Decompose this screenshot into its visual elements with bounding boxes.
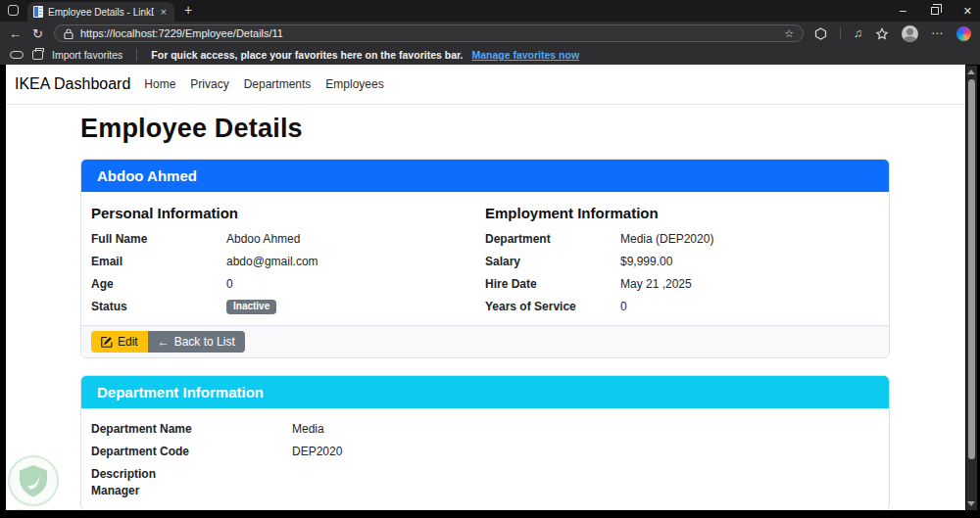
import-favorites-button[interactable]: Import favorites [52, 49, 122, 61]
info-row-full-name: Full Name Abdoo Ahmed [91, 232, 485, 246]
new-tab-button[interactable]: + [184, 2, 192, 18]
favorites-message: For quick access, place your favorites h… [151, 49, 463, 61]
department-card-body: Department Name Media Department Code DE… [81, 408, 889, 510]
row-value: 0 [226, 277, 233, 291]
url-text[interactable]: https://localhost:7229/Employee/Details/… [80, 27, 777, 39]
row-value: May 21 ,2025 [620, 277, 692, 291]
row-label: Years of Service [485, 300, 620, 313]
lock-icon [64, 28, 74, 39]
info-row-department-name: Department Name Media [91, 422, 879, 436]
manage-favorites-link[interactable]: Manage favorites now [471, 49, 579, 61]
import-favorites-icon [32, 50, 43, 60]
employee-card-body: Personal Information Full Name Abdoo Ahm… [81, 192, 889, 325]
restore-button[interactable] [931, 7, 939, 15]
tab-actions-icon[interactable] [8, 5, 19, 16]
toolbar-icons: ♫ ⋯ [814, 25, 971, 42]
page-viewport: IKEA Dashboard Home Privacy Departments … [6, 65, 965, 510]
action-buttons: Edit ← Back to List [91, 331, 245, 353]
oval-badge-icon[interactable] [10, 51, 24, 59]
site-brand[interactable]: IKEA Dashboard [15, 75, 130, 93]
settings-more-icon[interactable]: ⋯ [931, 26, 944, 40]
media-controls-icon[interactable]: ♫ [854, 26, 862, 40]
back-button-label: Back to List [174, 335, 235, 349]
personal-info-column: Personal Information Full Name Abdoo Ahm… [91, 205, 485, 323]
add-favorite-star-icon[interactable]: ☆ [784, 27, 794, 40]
employee-card-header: Abdoo Ahmed [81, 160, 889, 192]
nav-link-departments[interactable]: Departments [244, 77, 312, 91]
row-label: Email [91, 255, 226, 268]
page-title: Employee Details [80, 114, 890, 144]
pencil-square-icon [101, 336, 113, 348]
row-label: Description [91, 467, 292, 481]
row-label: Hire Date [485, 277, 620, 291]
row-label: Salary [485, 255, 620, 268]
personal-info-title: Personal Information [91, 205, 485, 221]
nav-link-privacy[interactable]: Privacy [190, 77, 228, 91]
edit-button[interactable]: Edit [91, 331, 148, 353]
info-row-age: Age 0 [91, 277, 485, 291]
watermark-logo [6, 453, 69, 510]
row-label: Status [91, 300, 226, 313]
address-bar[interactable]: https://localhost:7229/Employee/Details/… [54, 24, 804, 42]
nav-link-home[interactable]: Home [144, 77, 175, 91]
row-value: $9,999.00 [620, 255, 672, 268]
info-row-manager: Manager [91, 484, 879, 497]
back-to-list-button[interactable]: ← Back to List [148, 331, 245, 353]
scrollbar-thumb[interactable] [968, 79, 975, 459]
row-value: Abdoo Ahmed [226, 232, 300, 246]
nav-link-employees[interactable]: Employees [325, 77, 383, 91]
employment-info-title: Employment Information [485, 205, 879, 221]
browser-toolbar: ← ↻ https://localhost:7229/Employee/Deta… [0, 22, 980, 45]
tab-close-icon[interactable]: × [159, 7, 169, 18]
site-navbar: IKEA Dashboard Home Privacy Departments … [6, 65, 965, 105]
row-value: DEP2020 [292, 445, 342, 458]
row-value: Media (DEP2020) [620, 232, 713, 246]
main-content: Employee Details Abdoo Ahmed Personal In… [80, 114, 890, 510]
minimize-button[interactable]: – [900, 4, 906, 18]
row-label: Department [485, 232, 620, 246]
back-button[interactable]: ← [9, 27, 22, 40]
row-value: Media [292, 422, 324, 436]
favorites-icon[interactable] [875, 27, 889, 40]
refresh-button[interactable]: ↻ [32, 27, 43, 40]
info-row-email: Email abdo@gmail.com [91, 255, 485, 268]
copilot-icon[interactable] [956, 26, 971, 41]
row-label: Department Name [91, 422, 292, 436]
browser-window: Employee Details - LinkDev.IKEA.P × + – … [0, 0, 980, 518]
profile-avatar[interactable] [902, 25, 918, 42]
info-row-status: Status Inactive [91, 300, 485, 314]
info-row-salary: Salary $9,999.00 [485, 255, 879, 268]
scroll-down-icon[interactable] [967, 501, 975, 506]
close-window-button[interactable]: ✕ [963, 5, 972, 18]
department-card-header: Department Information [81, 376, 889, 408]
employee-card-footer: Edit ← Back to List [81, 325, 889, 357]
scroll-up-icon[interactable] [967, 70, 975, 74]
extensions-icon[interactable] [814, 27, 827, 40]
browser-tab[interactable]: Employee Details - LinkDev.IKEA.P × [27, 2, 174, 22]
info-row-hire-date: Hire Date May 21 ,2025 [485, 277, 879, 291]
row-value: 0 [620, 300, 627, 313]
employment-info-column: Employment Information Department Media … [485, 205, 879, 323]
favorites-divider [136, 49, 137, 61]
info-row-description: Description [91, 467, 879, 481]
tab-title: Employee Details - LinkDev.IKEA.P [48, 7, 154, 18]
row-label: Manager [91, 484, 292, 497]
toolbar-divider [840, 27, 841, 40]
left-arrow-icon: ← [158, 335, 170, 349]
favorites-bar: Import favorites For quick access, place… [0, 45, 980, 65]
info-row-years-of-service: Years of Service 0 [485, 300, 879, 313]
department-card: Department Information Department Name M… [80, 375, 890, 510]
window-controls: – ✕ [900, 0, 972, 22]
row-label: Department Code [91, 445, 292, 458]
page-favicon-icon [33, 6, 43, 18]
edit-button-label: Edit [118, 335, 138, 349]
vertical-scrollbar[interactable] [966, 66, 977, 510]
row-value: abdo@gmail.com [226, 255, 318, 268]
tab-bar: Employee Details - LinkDev.IKEA.P × + – … [0, 0, 980, 22]
nav-links: Home Privacy Departments Employees [144, 77, 383, 91]
employee-card: Abdoo Ahmed Personal Information Full Na… [80, 159, 890, 358]
status-badge: Inactive [226, 300, 276, 314]
row-label: Full Name [91, 232, 226, 246]
row-label: Age [91, 277, 226, 291]
info-row-department-code: Department Code DEP2020 [91, 445, 879, 458]
